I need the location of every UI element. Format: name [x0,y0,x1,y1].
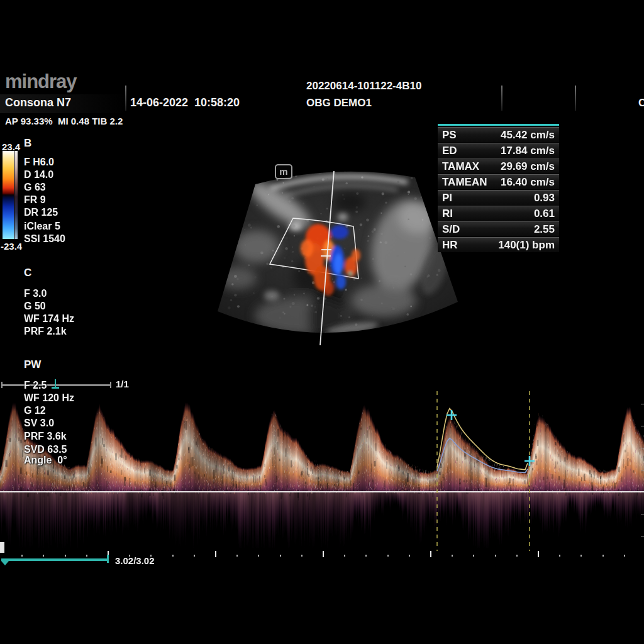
result-label: ED [442,145,457,157]
b-param: D 14.0 [24,169,53,180]
acoustic-status-line: AP 93.33% MI 0.48 TIB 2.2 [5,116,123,126]
b-mode-sector-image [208,157,472,360]
c-param: G 50 [24,301,46,312]
header-divider [501,86,502,111]
pw-param: SVD 63.5 [24,444,67,455]
b-param: F H6.0 [24,157,54,168]
exam-preset: OBG DEMO1 [306,97,372,109]
machine-model: Consona N7 [5,96,71,109]
datetime: 14-06-2022 10:58:20 [130,96,240,109]
result-value: 16.40 cm/s [501,176,555,189]
pw-param: SV 3.0 [24,418,54,429]
color-doppler-bar [3,151,14,239]
ultrasound-screen: mindray Consona N7 14-06-2022 10:58:20 2… [0,0,644,644]
pw-param: WF 120 Hz [24,392,74,404]
b-param: iClear 5 [24,221,60,232]
spectrum-pager-track[interactable] [2,384,111,386]
mindray-logo: mindray [5,70,77,93]
cine-end-handle[interactable] [107,555,109,563]
cine-start-handle[interactable] [1,561,9,565]
pw-param: Angle 0° [24,455,67,466]
header-divider [125,86,126,111]
result-value: 140(1) bpm [498,239,555,252]
result-label: PI [442,192,452,204]
cine-start-block [0,542,4,553]
result-row: TAMEAN16.40 cm/s [438,174,559,189]
results-accent-line [438,124,559,126]
cine-time-range: 3.02/3.02 [115,555,155,566]
pager-cap-left [1,382,3,388]
pager-cap-right [110,382,111,388]
result-row: ED17.84 cm/s [438,143,559,158]
result-value: 0.93 [534,192,555,204]
page-indicator: 1/1 [116,379,129,389]
result-label: PS [442,129,457,142]
result-value: 0.61 [534,208,555,220]
b-mode-label: B [24,137,31,150]
cine-progress-bar[interactable] [1,558,108,561]
result-label: TAMAX [442,160,479,173]
b-param: SSI 1540 [24,233,65,245]
b-param: DR 125 [24,207,58,218]
result-row: RI0.61 [438,206,559,221]
result-row: PS45.42 cm/s [438,127,559,142]
result-row: PI0.93 [438,190,559,205]
result-label: TAMEAN [442,176,487,189]
pw-param: G 12 [24,405,46,416]
c-param: PRF 2.1k [24,326,67,337]
gray-map-bar [14,151,18,239]
pager-thumb-base[interactable] [52,387,59,389]
pw-param: F 2.5 [24,380,47,391]
c-mode-label: C [24,267,31,279]
pw-param: PRF 3.6k [24,431,67,442]
c-param: WF 174 Hz [24,313,74,325]
result-value: 17.84 cm/s [501,145,555,157]
pw-spectrum-canvas [0,389,644,563]
exam-id: 20220614-101122-4B10 [306,80,421,92]
clipped-header-label: C [638,97,644,109]
result-label: S/D [442,223,460,236]
result-label: HR [442,239,458,252]
mindray-watermark: m [275,164,292,179]
b-param: FR 9 [24,194,46,206]
result-row: S/D2.55 [438,221,559,236]
result-value: 45.42 cm/s [501,129,555,142]
result-value: 2.55 [534,223,555,236]
measurement-results-panel: PS45.42 cm/s ED17.84 cm/s TAMAX29.69 cm/… [438,124,559,253]
header-divider [575,86,576,111]
result-label: RI [442,208,453,220]
result-row: TAMAX29.69 cm/s [438,158,559,174]
velocity-scale-min: -23.4 [1,241,22,252]
result-value: 29.69 cm/s [501,160,555,173]
pw-mode-label: PW [24,358,41,371]
result-row: HR140(1) bpm [438,237,559,252]
c-param: F 3.0 [24,288,47,299]
b-param: G 63 [24,182,46,193]
